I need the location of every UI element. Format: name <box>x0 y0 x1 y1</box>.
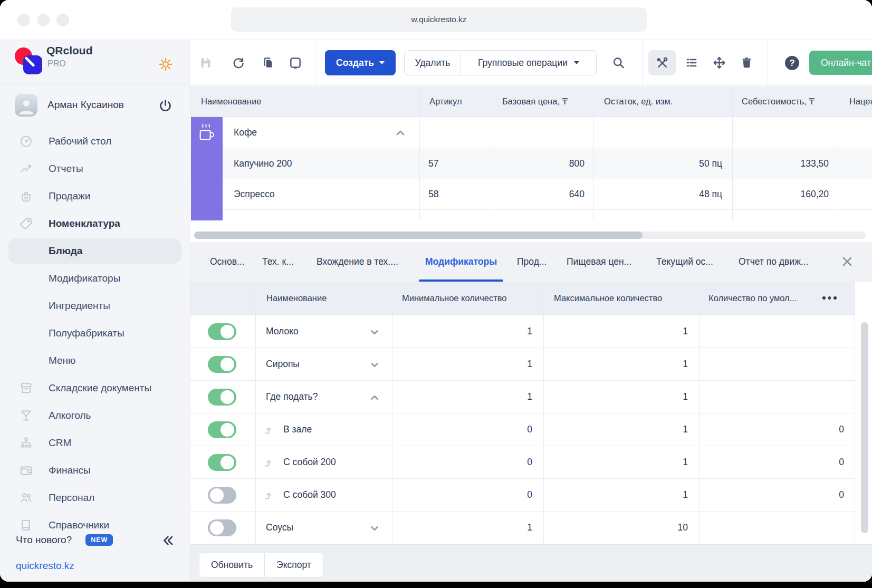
more-columns-icon[interactable] <box>822 296 837 300</box>
window-zoom-dot[interactable] <box>56 14 69 26</box>
delete-button[interactable]: Удалить <box>404 50 461 75</box>
modifier-max[interactable]: 1 <box>543 315 688 348</box>
move-icon[interactable] <box>712 56 726 70</box>
column-base-price[interactable]: Базовая цена, ₸ <box>502 86 568 117</box>
sidebar-item-reports[interactable]: Отчеты <box>0 155 190 182</box>
column-name[interactable]: Наименование <box>201 86 261 117</box>
column-markup[interactable]: Наценка <box>849 86 872 117</box>
refresh-icon[interactable] <box>231 56 245 70</box>
modifier-min[interactable]: 1 <box>392 348 532 380</box>
tray-icon[interactable] <box>289 56 302 70</box>
sidebar-item-dishes[interactable]: Блюда <box>0 237 190 265</box>
refresh-button[interactable]: Обновить <box>199 553 265 577</box>
sidebar-item-menu[interactable]: Меню <box>0 347 190 374</box>
chevron-down-icon[interactable] <box>369 523 380 534</box>
export-button[interactable]: Экспорт <box>264 553 323 577</box>
modifier-row[interactable]: Молоко 1 1 <box>190 315 855 348</box>
sidebar-item-finance[interactable]: Финансы <box>0 457 190 484</box>
tab-nutrition[interactable]: Пищевая цен... <box>567 242 631 282</box>
modifier-child-row[interactable]: С собой 300 0 1 0 <box>190 479 855 512</box>
chevron-down-icon[interactable] <box>369 359 380 371</box>
chevron-up-icon[interactable] <box>369 392 380 403</box>
tab-movement-report[interactable]: Отчет по движ... <box>739 242 808 282</box>
user-row[interactable]: Арман Кусаинов <box>0 93 190 120</box>
modifier-min[interactable]: 1 <box>392 512 532 544</box>
modifier-min[interactable]: 0 <box>392 479 532 511</box>
collapse-sidebar-icon[interactable] <box>161 534 175 547</box>
online-chat-button[interactable]: Онлайн-чат <box>809 51 872 75</box>
chevron-down-icon[interactable] <box>369 326 380 338</box>
copy-icon[interactable] <box>261 56 275 70</box>
column-cost[interactable]: Себестоимость, ₸ <box>742 86 814 117</box>
modifier-toggle-off[interactable] <box>208 519 236 536</box>
modifier-toggle-on[interactable] <box>208 323 236 340</box>
tab-tech-card[interactable]: Тех. к... <box>262 242 294 282</box>
window-close-dot[interactable] <box>17 14 30 26</box>
tab-tech-inclusion[interactable]: Вхождение в тех.... <box>317 242 398 282</box>
column-stock[interactable]: Остаток, ед. изм. <box>604 86 673 117</box>
vertical-scrollbar-thumb[interactable] <box>861 322 868 533</box>
help-icon[interactable]: ? <box>785 56 799 70</box>
column-min-qty[interactable]: Минимальное количество <box>402 282 506 315</box>
modifier-row[interactable]: Соусы 1 10 <box>190 512 855 544</box>
horizontal-scrollbar-track[interactable] <box>194 232 866 239</box>
theme-sun-icon[interactable] <box>158 57 173 72</box>
product-group-row[interactable]: Кофе <box>190 117 872 148</box>
logout-power-icon[interactable] <box>158 99 173 113</box>
column-default-qty[interactable]: Количество по умол... <box>708 282 797 315</box>
modifier-default[interactable] <box>699 315 844 348</box>
sidebar-item-semifinished[interactable]: Полуфабрикаты <box>0 320 190 347</box>
modifier-max[interactable]: 1 <box>543 479 688 511</box>
modifier-child-row[interactable]: С собой 200 0 1 0 <box>190 446 855 479</box>
modifier-default[interactable]: 0 <box>699 446 844 478</box>
search-icon[interactable] <box>611 56 626 70</box>
sidebar-item-modifiers[interactable]: Модификаторы <box>0 265 190 292</box>
modifier-toggle-on[interactable] <box>208 356 236 373</box>
modifier-row[interactable]: Сиропы 1 1 <box>190 348 855 381</box>
save-icon[interactable] <box>199 56 213 70</box>
tab-sales[interactable]: Прод... <box>517 242 547 282</box>
sidebar-item-ingredients[interactable]: Ингредиенты <box>0 292 190 320</box>
modifier-default[interactable] <box>699 381 844 413</box>
close-icon[interactable] <box>840 255 854 268</box>
column-max-qty[interactable]: Максимальное количество <box>554 282 662 315</box>
modifier-max[interactable]: 1 <box>543 348 688 380</box>
modifier-min[interactable]: 1 <box>392 315 532 348</box>
list-view-icon[interactable] <box>685 56 698 70</box>
site-link[interactable]: quickresto.kz <box>16 560 74 572</box>
modifier-toggle-off[interactable] <box>208 487 236 504</box>
modifier-toggle-on[interactable] <box>208 421 236 438</box>
tools-icon[interactable] <box>656 56 669 70</box>
modifier-child-row[interactable]: В зале 0 1 0 <box>190 413 855 446</box>
modifier-default[interactable] <box>699 348 844 380</box>
modifier-toggle-on[interactable] <box>208 454 236 471</box>
create-button[interactable]: Создать <box>325 50 396 75</box>
modifier-default[interactable]: 0 <box>699 479 844 511</box>
sidebar-item-alcohol[interactable]: Алкоголь <box>0 402 190 429</box>
group-operations-button[interactable]: Групповые операции <box>461 50 597 75</box>
modifier-max[interactable]: 1 <box>543 381 688 413</box>
tab-current-stock[interactable]: Текущий ос... <box>656 242 713 282</box>
modifier-min[interactable]: 1 <box>392 381 532 413</box>
modifier-default[interactable]: 0 <box>699 413 844 446</box>
sidebar-item-crm[interactable]: CRM <box>0 429 190 457</box>
modifier-toggle-on[interactable] <box>208 389 236 406</box>
window-minimize-dot[interactable] <box>37 14 50 26</box>
sidebar-item-nomenclature[interactable]: Номенклатура <box>0 210 190 237</box>
horizontal-scrollbar-thumb[interactable] <box>194 232 643 239</box>
product-row[interactable]: Эспрессо 58 640 48 пц 160,20 <box>190 179 872 210</box>
address-bar[interactable]: w.quickresto.kz <box>231 7 647 32</box>
sidebar-item-staff[interactable]: Персонал <box>0 484 190 512</box>
sidebar-item-warehouse-docs[interactable]: Складские документы <box>0 374 190 402</box>
modifier-default[interactable] <box>699 512 844 544</box>
modifier-min[interactable]: 0 <box>392 413 532 446</box>
column-sku[interactable]: Артикул <box>429 86 462 117</box>
whats-new-link[interactable]: Что нового? NEW <box>16 533 113 547</box>
modifier-row-expanded[interactable]: Где подать? 1 1 <box>190 381 855 413</box>
modifier-max[interactable]: 1 <box>543 446 688 478</box>
tab-main[interactable]: Основ... <box>210 242 245 282</box>
trash-icon[interactable] <box>740 56 753 70</box>
modifier-max[interactable]: 10 <box>543 512 688 544</box>
product-row[interactable]: Капучино 200 57 800 50 пц 133,50 <box>190 148 872 179</box>
modifier-min[interactable]: 0 <box>392 446 532 478</box>
